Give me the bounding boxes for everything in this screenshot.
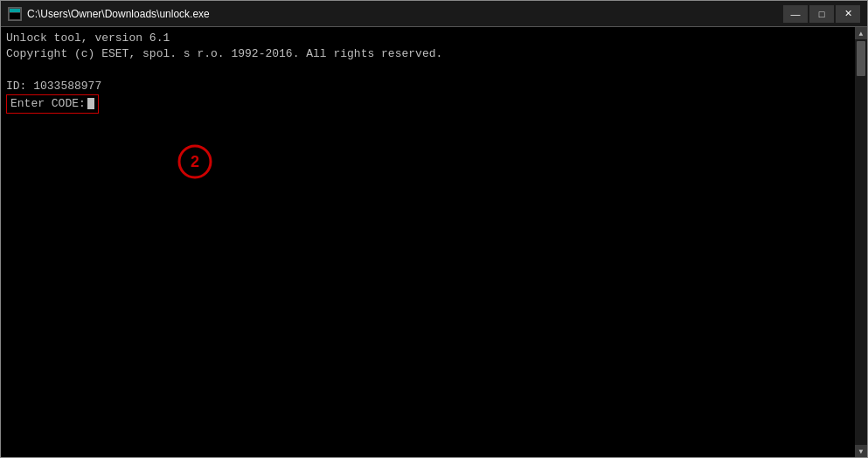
maximize-button[interactable]: □ bbox=[809, 5, 834, 23]
line-copyright: Copyright (c) ESET, spol. s r.o. 1992-20… bbox=[6, 46, 850, 62]
console-content: Unlock tool, version 6.1 Copyright (c) E… bbox=[1, 27, 855, 457]
svg-rect-1 bbox=[10, 9, 20, 12]
minimize-button[interactable]: — bbox=[783, 5, 808, 23]
enter-code-container: Enter CODE: 2 bbox=[6, 94, 850, 114]
window-controls: — □ ✕ bbox=[783, 5, 860, 23]
enter-code-label: Enter CODE: bbox=[10, 96, 86, 112]
window-title: C:\Users\Owner\Downloads\unlock.exe bbox=[27, 8, 783, 20]
scrollbar-down-arrow[interactable]: ▼ bbox=[855, 445, 867, 457]
enter-code-box: Enter CODE: bbox=[6, 94, 99, 114]
scrollbar-thumb[interactable] bbox=[857, 41, 865, 76]
scrollbar-track bbox=[855, 39, 867, 445]
close-button[interactable]: ✕ bbox=[836, 5, 860, 23]
scrollbar-up-arrow[interactable]: ▲ bbox=[855, 27, 867, 39]
window: C:\Users\Owner\Downloads\unlock.exe — □ … bbox=[0, 0, 868, 458]
line-empty bbox=[6, 62, 850, 78]
svg-text:2: 2 bbox=[191, 153, 199, 170]
window-icon bbox=[8, 7, 22, 21]
scrollbar: ▲ ▼ bbox=[855, 27, 867, 457]
annotation-circle-2: 2 bbox=[177, 143, 213, 180]
svg-rect-2 bbox=[10, 13, 20, 19]
line-id: ID: 1033588977 bbox=[6, 79, 850, 94]
line-version: Unlock tool, version 6.1 bbox=[6, 31, 850, 46]
title-bar: C:\Users\Owner\Downloads\unlock.exe — □ … bbox=[1, 1, 867, 27]
console-area: Unlock tool, version 6.1 Copyright (c) E… bbox=[1, 27, 867, 457]
cursor-blink bbox=[87, 98, 94, 109]
